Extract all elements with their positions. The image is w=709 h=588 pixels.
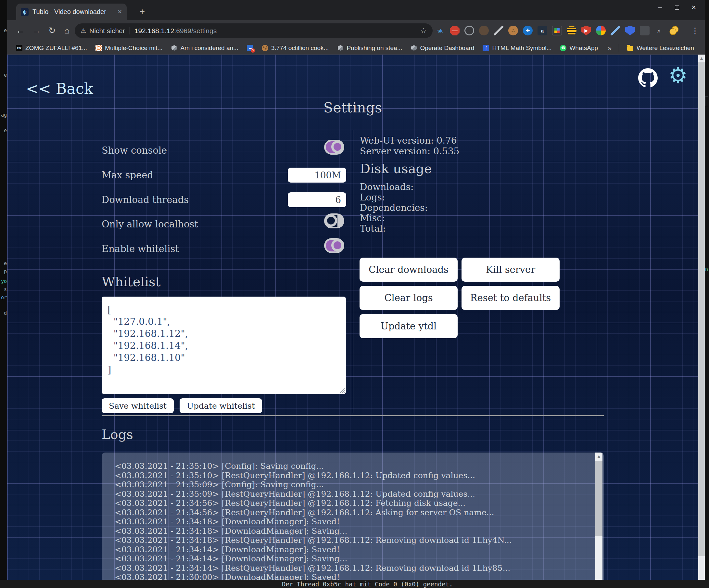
z0r-favicon-icon: z0r	[16, 45, 22, 51]
github-icon[interactable]	[638, 68, 658, 88]
tab-bar: ψ Tubio - Video downloader ✕ + ─ ✕	[7, 0, 705, 20]
back-button[interactable]: ←	[14, 24, 27, 37]
bookmark-publishing-on-steam[interactable]: Publishing on stea...	[333, 44, 406, 53]
url-host: 192.168.1.12	[134, 27, 175, 35]
clear-logs-button[interactable]: Clear logs	[360, 286, 457, 310]
whitelist-textarea[interactable]: [ "127.0.0.1", "192.168.1.12", "192.168.…	[102, 297, 346, 394]
log-line: <03.03.2021 - 21:34:56> [RestQueryHandle…	[115, 508, 512, 517]
disk-row-misc: Misc: 0 mb	[360, 213, 385, 224]
webui-version: Web-UI version: 0.76	[360, 135, 457, 146]
maximize-button[interactable]	[668, 0, 685, 15]
bookmark-octillion-cookies[interactable]: 3.774 octillion cook...	[258, 44, 333, 53]
code-fragment: d	[4, 310, 7, 316]
maximize-icon	[675, 5, 679, 10]
code-fragment: e	[4, 28, 7, 33]
bookmark-html-math-symbols[interactable]: ∫ HTML Math Symbol...	[478, 44, 556, 53]
security-label[interactable]: Nicht sicher	[89, 27, 125, 35]
blue-shield-extension-icon[interactable]	[625, 26, 635, 35]
logs-scrollbar[interactable]: ▲	[595, 453, 602, 580]
puzzle-extension-icon[interactable]	[640, 26, 650, 35]
bookmark-pinned-app[interactable]: ☁3	[243, 44, 258, 52]
log-line: <03.03.2021 - 21:35:09> [Config]: Saving…	[115, 480, 512, 490]
play-shield-extension-icon[interactable]: ▶	[581, 26, 591, 35]
kill-server-button[interactable]: Kill server	[462, 258, 559, 282]
logs-scrollbar-thumb[interactable]	[595, 461, 602, 536]
log-line: <03.03.2021 - 21:34:18> [DownloadManager…	[115, 517, 512, 527]
update-whitelist-button[interactable]: Update whitelist	[180, 398, 262, 413]
gear-icon[interactable]: ⚙	[668, 63, 688, 88]
stop-hand-extension-icon[interactable]: —	[450, 26, 459, 35]
bookmark-multiple-choice[interactable]: Multiple-Choice mit...	[91, 44, 166, 53]
bookmark-operate-dashboard[interactable]: Operate Dashboard	[406, 44, 479, 53]
divider	[130, 27, 130, 34]
bee-extension-icon[interactable]	[567, 26, 577, 35]
bookmarks-overflow-chevron[interactable]: »	[604, 44, 615, 52]
code-fragment: e	[4, 128, 7, 133]
ninja-face-extension-icon[interactable]	[479, 26, 489, 35]
only-allow-localhost-label: Only allow localhost	[102, 219, 198, 230]
show-console-toggle[interactable]	[324, 140, 344, 155]
blue-cross-extension-icon[interactable]: ✚	[523, 26, 533, 35]
code-fragment: or	[1, 295, 7, 301]
max-speed-input[interactable]	[288, 168, 346, 183]
extensions-strip: sk—∴✚a▶♬	[435, 26, 679, 35]
bookmark-star-icon[interactable]: ☆	[420, 26, 427, 35]
scroll-up-icon[interactable]: ▲	[595, 453, 602, 460]
photos-extension-icon[interactable]	[552, 26, 562, 35]
playlist-extension-icon[interactable]: ♬	[654, 26, 664, 35]
bookmark-whatsapp[interactable]: ☎ WhatsApp	[556, 44, 602, 53]
other-bookmarks-folder[interactable]: Weitere Lesezeichen	[623, 44, 698, 53]
scalpel-extension-icon[interactable]	[494, 26, 503, 35]
log-line: <03.03.2021 - 21:35:10> [RestQueryHandle…	[115, 471, 512, 481]
back-link[interactable]: << Back	[26, 80, 93, 98]
download-threads-input[interactable]	[288, 192, 346, 207]
cookie-extension-icon[interactable]: ∴	[508, 26, 518, 35]
clear-downloads-button[interactable]: Clear downloads	[360, 258, 457, 282]
only-allow-localhost-toggle[interactable]	[324, 213, 344, 228]
debug-output-bar: Der Thread 0xb5c hat mit Code 0 (0x0) ge…	[0, 580, 709, 588]
browser-window: ψ Tubio - Video downloader ✕ + ─ ✕ ← → ↻…	[7, 0, 705, 580]
browser-tab-tubio[interactable]: ψ Tubio - Video downloader ✕	[16, 4, 127, 20]
page-scrollbar-thumb[interactable]	[698, 62, 705, 556]
amazon-assistant-extension-icon[interactable]: a	[537, 26, 547, 35]
gray-ring-extension-icon[interactable]	[465, 26, 474, 35]
sk-extension-icon[interactable]: sk	[435, 26, 445, 35]
page-scrollbar[interactable]: ▲	[698, 55, 705, 580]
cube-favicon-icon	[411, 45, 417, 51]
syringe-extension-icon[interactable]	[611, 26, 620, 35]
bookmark-label: 3.774 octillion cook...	[271, 45, 329, 52]
logs-panel[interactable]: <03.03.2021 - 21:35:10> [Config]: Saving…	[102, 453, 604, 580]
toggle-knob-icon	[331, 239, 344, 251]
new-tab-button[interactable]: +	[136, 6, 148, 18]
home-button[interactable]: ⌂	[60, 24, 73, 37]
minimize-button[interactable]: ─	[652, 0, 668, 15]
code-fragment: yo	[1, 278, 7, 284]
scroll-up-icon[interactable]: ▲	[698, 55, 705, 62]
desktop: e e ag e e p yo s or d n ψ Tubio - Video…	[0, 0, 709, 588]
other-bookmarks-label: Weitere Lesezeichen	[636, 45, 694, 52]
google-colors-extension-icon[interactable]	[596, 26, 606, 35]
update-ytdl-button[interactable]: Update ytdl	[360, 314, 457, 338]
bookmark-am-i-considered[interactable]: Am i considered an...	[166, 44, 242, 53]
save-whitelist-button[interactable]: Save whitelist	[102, 398, 174, 413]
disk-row-dependencies: Dependencies: 290 mb	[360, 202, 428, 213]
disk-label: Downloads:	[360, 182, 414, 192]
disk-label: Misc:	[360, 213, 385, 224]
forward-button[interactable]: →	[30, 24, 43, 37]
reload-button[interactable]: ↻	[46, 24, 58, 37]
debug-output-text: Der Thread 0xb5c hat mit Code 0 (0x0) ge…	[282, 581, 453, 588]
reset-to-defaults-button[interactable]: Reset to defaults	[462, 286, 559, 310]
warning-icon[interactable]: ⚠	[81, 27, 86, 34]
address-bar[interactable]: ⚠ Nicht sicher 192.168.1.12 :6969/settin…	[75, 23, 432, 38]
browser-menu-icon[interactable]: ⋮	[689, 25, 701, 36]
whitelist-heading: Whitelist	[102, 274, 161, 289]
bookmark-label: Operate Dashboard	[420, 45, 474, 52]
close-button[interactable]: ✕	[685, 0, 702, 15]
bookmark-zomg-zufall[interactable]: z0r ZOMG ZUFALL! #61...	[12, 44, 91, 53]
tubio-favicon-icon: ψ	[21, 8, 29, 16]
gold-coins-extension-icon[interactable]	[669, 26, 679, 35]
enable-whitelist-toggle[interactable]	[324, 238, 344, 253]
tab-close-icon[interactable]: ✕	[117, 8, 122, 15]
log-line: <03.03.2021 - 21:34:18> [DownloadManager…	[115, 527, 512, 536]
divider	[619, 44, 619, 52]
